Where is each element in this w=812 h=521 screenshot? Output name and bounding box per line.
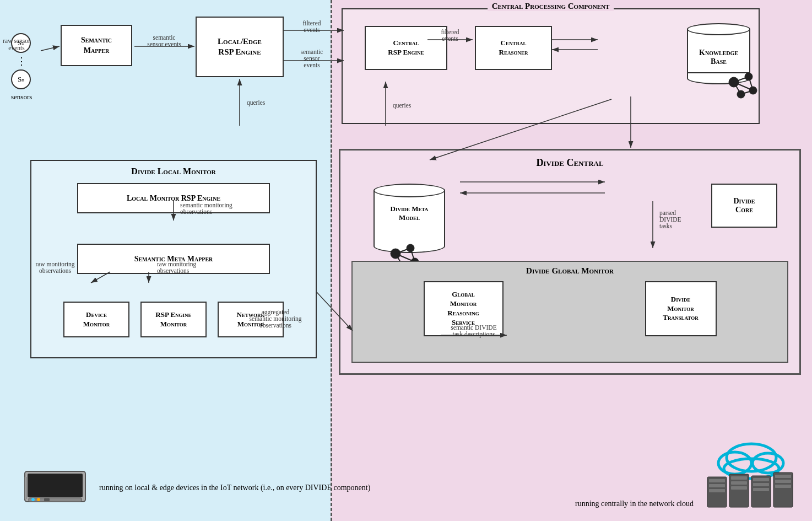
local-monitor-rsp-box: Local Monitor RSP Engine: [77, 183, 270, 213]
sensors-area: S₁ ⋮ Sₙ sensors: [11, 33, 32, 101]
divide-global-monitor: Divide Global Monitor GlobalMonitorReaso…: [351, 261, 788, 363]
bottom-monitors-row: DeviceMonitor RSP EngineMonitor NetworkM…: [31, 302, 316, 337]
cloud-server-icon: [702, 438, 801, 510]
svg-rect-23: [44, 498, 50, 501]
central-processing-box: Central Processing Component CentralRSP …: [342, 8, 760, 124]
knowledge-base: KnowledgeBase: [687, 23, 750, 84]
semantic-meta-mapper-box: Semantic Meta Mapper: [77, 244, 270, 274]
sensors-label: sensors: [11, 93, 32, 101]
network-monitor-box: NetworkMonitor: [218, 302, 284, 337]
kb-title: KnowledgeBase: [691, 49, 746, 66]
sensor-sn: Sₙ: [11, 69, 31, 89]
divide-central: Divide Central Divide MetaModel: [339, 149, 801, 375]
divide-core-title: DivideCore: [733, 197, 755, 214]
device-monitor-box: DeviceMonitor: [63, 302, 129, 337]
divide-central-title: Divide Central: [340, 157, 799, 169]
divide-local-title: Divide Local Monitor: [31, 166, 316, 176]
divide-monitor-translator-title: DivideMonitorTranslator: [663, 295, 698, 323]
device-monitor-title: DeviceMonitor: [83, 310, 110, 329]
svg-point-21: [31, 498, 35, 501]
global-reasoning-title: GlobalMonitorReasoningService: [447, 290, 479, 327]
mini-computer-icon: [22, 466, 88, 510]
semantic-mapper-box: SemanticMapper: [61, 25, 132, 66]
divide-core-box: DivideCore: [711, 184, 777, 228]
dmc-body: Divide MetaModel: [373, 191, 445, 240]
svg-rect-40: [753, 478, 769, 481]
sensor-dots: ⋮: [11, 55, 32, 67]
bottom-right-section: running centrally in the network cloud: [575, 438, 801, 510]
svg-rect-20: [29, 498, 82, 502]
central-rsp-box: CentralRSP Engine: [365, 26, 447, 70]
svg-rect-38: [731, 481, 747, 485]
rsp-engine-monitor-title: RSP EngineMonitor: [155, 310, 191, 329]
central-rsp-title: CentralRSP Engine: [388, 39, 424, 57]
divide-monitor-translator-box: DivideMonitorTranslator: [645, 281, 717, 336]
kb-cylinder-body: KnowledgeBase: [687, 29, 750, 73]
svg-rect-34: [709, 479, 725, 482]
svg-rect-42: [753, 488, 769, 491]
bottom-left-text: running on local & edge devices in the I…: [99, 482, 370, 494]
svg-rect-36: [709, 489, 725, 492]
local-monitor-rsp-title: Local Monitor RSP Engine: [127, 194, 220, 203]
divide-local-monitor: Divide Local Monitor Local Monitor RSP E…: [30, 160, 317, 358]
dmc-title: Divide MetaModel: [379, 205, 440, 222]
rsp-engine-box: Local/EdgeRSP Engine: [196, 17, 284, 77]
kb-network-icon: [726, 71, 759, 104]
network-monitor-title: NetworkMonitor: [237, 310, 265, 329]
svg-rect-41: [753, 483, 769, 486]
kb-cylinder-top: [687, 23, 750, 35]
divider: [331, 0, 332, 521]
divide-meta-model: Divide MetaModel: [373, 184, 445, 253]
svg-rect-39: [731, 486, 747, 490]
svg-rect-43: [775, 475, 791, 478]
central-reasoner-title: CentralReasoner: [499, 39, 528, 57]
semantic-meta-mapper-title: Semantic Meta Mapper: [134, 255, 213, 264]
svg-rect-35: [709, 484, 725, 487]
sensor-sn-label: Sₙ: [18, 75, 24, 84]
semantic-mapper-title: SemanticMapper: [81, 35, 112, 55]
svg-rect-44: [775, 480, 791, 483]
svg-rect-19: [28, 474, 83, 497]
rsp-engine-title: Local/EdgeRSP Engine: [218, 36, 262, 58]
divide-global-title: Divide Global Monitor: [353, 266, 787, 276]
dmc-top: [373, 184, 445, 197]
main-container: S₁ ⋮ Sₙ sensors SemanticMapper Local/Edg…: [0, 0, 812, 521]
global-inner: GlobalMonitorReasoningService DivideMoni…: [353, 281, 787, 336]
central-reasoner-box: CentralReasoner: [475, 26, 552, 70]
rsp-engine-monitor-box: RSP EngineMonitor: [140, 302, 207, 337]
sensor-s1: S₁: [11, 33, 31, 53]
svg-rect-37: [731, 476, 747, 480]
svg-point-22: [37, 498, 40, 501]
central-processing-title: Central Processing Component: [488, 2, 614, 11]
global-reasoning-box: GlobalMonitorReasoningService: [424, 281, 504, 336]
bottom-left-section: running on local & edge devices in the I…: [22, 466, 370, 510]
sensor-s1-label: S₁: [18, 39, 24, 47]
bottom-right-text: running centrally in the network cloud: [575, 498, 694, 510]
svg-rect-45: [775, 485, 791, 488]
